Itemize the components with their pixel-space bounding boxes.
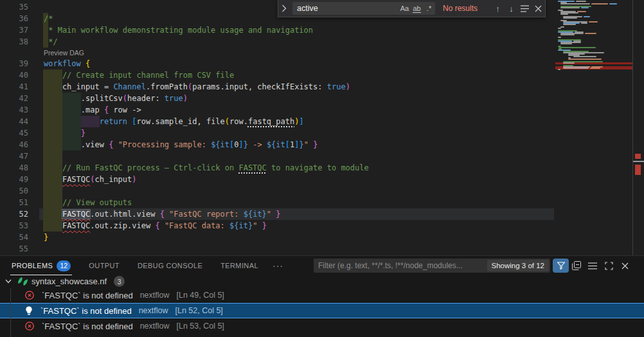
code-text: workflow {	[44, 58, 90, 69]
code-text: .view { "Processing sample: ${it[0]} -> …	[44, 139, 318, 150]
match-case-icon[interactable]: Aa	[398, 3, 411, 14]
next-match-icon[interactable]: ↓	[505, 2, 518, 15]
minimap-line	[568, 59, 602, 60]
line-number: 48	[0, 162, 28, 174]
find-in-selection-icon[interactable]	[518, 2, 532, 15]
code-line-40[interactable]: 40 // Create input channel from CSV file	[0, 69, 644, 81]
code-line-43[interactable]: 43 .map { row ->	[0, 104, 644, 116]
vscode-window: { "find": { "query": "active", "toggles"…	[0, 0, 644, 337]
find-widget: active Aa ab .* No results ↑ ↓	[278, 0, 546, 17]
code-line-54[interactable]: 54}	[0, 232, 644, 243]
code-line-48[interactable]: 48 // Run FastQC process — Ctrl-click on…	[0, 162, 644, 174]
maximize-panel-icon[interactable]	[602, 259, 616, 273]
indent-band	[43, 185, 62, 197]
problem-message: `FASTQC` is not defined	[42, 291, 133, 300]
code-line-51[interactable]: 51 // View outputs	[0, 197, 644, 208]
line-number: 50	[0, 185, 28, 197]
problems-filter[interactable]: Showing 3 of 12	[314, 259, 550, 273]
problem-location: [Ln 49, Col 5]	[176, 291, 224, 300]
error-mark	[635, 154, 641, 159]
problem-message: `FASTQC` is not defined	[42, 322, 133, 331]
line-number: 40	[0, 69, 28, 81]
code-line-38[interactable]: 38 */	[0, 36, 644, 48]
minimap-line	[609, 3, 617, 5]
nextflow-icon	[17, 277, 28, 286]
code-line-42[interactable]: 42 .splitCsv(header: true)	[0, 93, 644, 104]
code-line-50[interactable]: 50	[0, 185, 644, 197]
minimap-line	[558, 37, 561, 38]
minimap-line	[559, 47, 596, 48]
regex-icon[interactable]: .*	[423, 3, 435, 14]
code-line-41[interactable]: 41 ch_input = Channel.fromPath(params.in…	[0, 81, 644, 93]
code-editor[interactable]: 3536/*37 * Main workflow demonstrating m…	[0, 0, 644, 255]
code-line-37[interactable]: 37 * Main workflow demonstrating module …	[0, 24, 644, 36]
problem-row[interactable]: `FASTQC` is not definednextflow[Ln 49, C…	[0, 287, 644, 303]
tab-label: PROBLEMS	[12, 262, 53, 269]
problem-location: [Ln 53, Col 5]	[176, 322, 224, 331]
view-as-table-icon[interactable]	[586, 259, 600, 273]
minimap-line	[560, 26, 564, 28]
panel-tab-bar: PROBLEMS12OUTPUTDEBUG CONSOLETERMINAL···	[0, 256, 283, 275]
tab-label: DEBUG CONSOLE	[138, 262, 202, 269]
bottom-panel: PROBLEMS12OUTPUTDEBUG CONSOLETERMINAL···…	[0, 255, 644, 337]
line-number: 51	[0, 197, 28, 208]
panel-tab-debug-console[interactable]: DEBUG CONSOLE	[138, 256, 202, 275]
minimap-line	[589, 21, 598, 23]
find-input[interactable]: active Aa ab .*	[292, 2, 435, 15]
panel-tab-output[interactable]: OUTPUT	[89, 256, 120, 275]
code-line-52[interactable]: 52 FASTQC.out.html.view { "FastQC report…	[0, 208, 644, 220]
cursor-mark	[633, 161, 644, 162]
filter-funnel-icon[interactable]	[553, 259, 569, 273]
whole-word-icon[interactable]: ab	[411, 3, 423, 14]
chevron-down-icon	[5, 279, 12, 284]
code-line-47[interactable]: 47	[0, 150, 644, 162]
panel-tab-problems[interactable]: PROBLEMS12	[12, 256, 71, 275]
codelens-preview-dag[interactable]: Preview DAG	[44, 48, 84, 57]
error-icon	[24, 290, 35, 300]
code-line-45[interactable]: 45 }	[0, 127, 644, 139]
minimap-line	[590, 68, 600, 69]
code-line-46[interactable]: 46 .view { "Processing sample: ${it[0]} …	[0, 139, 644, 150]
minimap-line	[576, 1, 586, 2]
toggle-replace-icon[interactable]	[278, 1, 290, 17]
minimap-line	[558, 28, 561, 29]
minimap-line	[577, 11, 586, 12]
code-line-39[interactable]: 39workflow {	[0, 58, 644, 69]
problem-row[interactable]: `FASTQC` is not definednextflow[Ln 53, C…	[0, 318, 644, 334]
code-text: FASTQC(ch_input)	[44, 174, 137, 185]
tab-label: OUTPUT	[89, 262, 120, 269]
code-line-55[interactable]: 55	[0, 243, 644, 255]
problem-row[interactable]: `FASTQC` is not definednextflow[Ln 52, C…	[0, 303, 644, 318]
code-text: }	[44, 127, 85, 139]
find-query-text: active	[292, 4, 398, 13]
indent-band	[62, 150, 62, 162]
code-text: .splitCsv(header: true)	[44, 93, 188, 104]
problems-file-group[interactable]: syntax_showcase.nf 3	[0, 275, 644, 287]
line-number: 45	[0, 127, 28, 139]
line-number: 39	[0, 58, 28, 69]
code-line-49[interactable]: 49 FASTQC(ch_input)	[0, 174, 644, 185]
code-text: // View outputs	[44, 197, 132, 208]
code-text: // Create input channel from CSV file	[44, 69, 234, 81]
code-line-53[interactable]: 53 FASTQC.out.zip.view { "FastQC data: $…	[0, 220, 644, 232]
code-text: .map { row ->	[44, 104, 141, 116]
problems-count-badge: 12	[57, 260, 71, 271]
minimap-line	[560, 7, 580, 8]
line-number: 55	[0, 243, 28, 255]
line-number: 44	[0, 116, 28, 127]
code-line-44[interactable]: 44 return [row.sample_id, file(row.fastq…	[0, 116, 644, 127]
more-actions-icon[interactable]: ···	[273, 260, 283, 271]
minimap[interactable]	[555, 0, 632, 255]
minimap-line	[563, 62, 575, 64]
line-number: 46	[0, 139, 28, 150]
close-panel-icon[interactable]	[618, 259, 632, 273]
panel-tab-terminal[interactable]: TERMINAL	[220, 256, 258, 275]
collapse-all-icon[interactable]	[569, 259, 584, 273]
close-find-icon[interactable]	[532, 2, 545, 15]
minimap-line	[585, 33, 596, 34]
minimap-line	[591, 3, 608, 5]
previous-match-icon[interactable]: ↑	[491, 2, 505, 15]
error-mark	[635, 165, 641, 175]
overview-ruler[interactable]	[633, 0, 644, 255]
problem-rows: `FASTQC` is not definednextflow[Ln 49, C…	[0, 287, 644, 334]
